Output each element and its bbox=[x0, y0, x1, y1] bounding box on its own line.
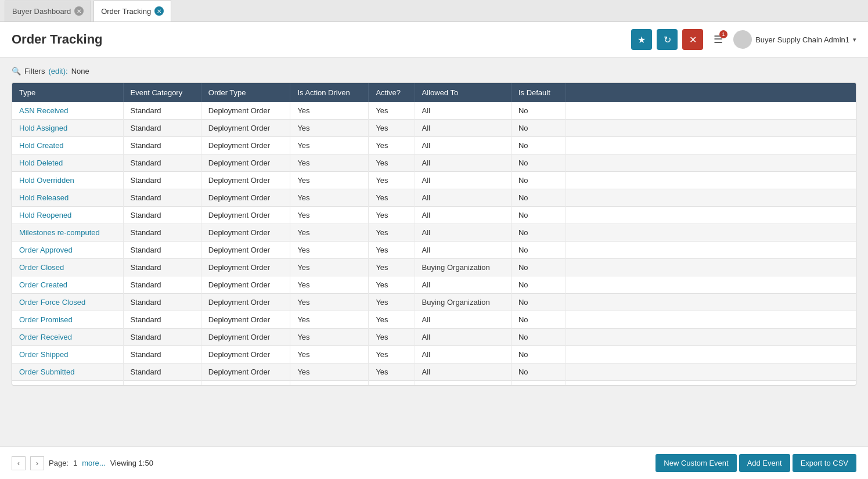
cell: Yes bbox=[369, 311, 415, 329]
type-cell[interactable]: Order Shipped bbox=[12, 346, 123, 363]
tab-label: Buyer Dashboard bbox=[12, 7, 71, 16]
tab-order-tracking[interactable]: Order Tracking ✕ bbox=[93, 1, 171, 21]
cell bbox=[566, 137, 856, 154]
cell: Standard bbox=[123, 189, 201, 207]
cell: Standard bbox=[123, 207, 201, 224]
cell: Standard bbox=[123, 259, 201, 276]
cell: Standard bbox=[123, 381, 201, 386]
cell: All bbox=[415, 381, 511, 386]
cell: Yes bbox=[290, 363, 369, 381]
cell bbox=[566, 207, 856, 224]
cell: Yes bbox=[290, 189, 369, 207]
cell: Standard bbox=[123, 311, 201, 329]
cell: All bbox=[415, 189, 511, 207]
favorite-button[interactable]: ★ bbox=[631, 29, 652, 50]
type-cell[interactable]: Vendor Approved Order bbox=[12, 381, 123, 386]
cell: Yes bbox=[369, 154, 415, 172]
table-row: Order CreatedStandardDeployment OrderYes… bbox=[12, 276, 856, 294]
cell: No bbox=[511, 294, 566, 311]
type-cell[interactable]: ASN Received bbox=[12, 102, 123, 120]
type-cell[interactable]: Order Received bbox=[12, 329, 123, 346]
filter-value: None bbox=[71, 67, 89, 75]
cell: Standard bbox=[123, 120, 201, 137]
col-is-default: Is Default bbox=[511, 83, 566, 102]
filter-label: Filters bbox=[24, 67, 45, 75]
cell: Deployment Order bbox=[201, 207, 290, 224]
user-select[interactable]: Buyer Supply Chain Admin1 ▾ bbox=[733, 30, 856, 49]
table-row: Hold ReopenedStandardDeployment OrderYes… bbox=[12, 207, 856, 224]
col-order-type: Order Type bbox=[201, 83, 290, 102]
table-row: Order ReceivedStandardDeployment OrderYe… bbox=[12, 329, 856, 346]
type-cell[interactable]: Order Promised bbox=[12, 311, 123, 329]
type-cell[interactable]: Order Created bbox=[12, 276, 123, 294]
menu-badge: 1 bbox=[719, 30, 727, 38]
cell: Yes bbox=[290, 207, 369, 224]
cell: Deployment Order bbox=[201, 189, 290, 207]
cell: All bbox=[415, 102, 511, 120]
cell: Deployment Order bbox=[201, 242, 290, 259]
type-cell[interactable]: Order Closed bbox=[12, 259, 123, 276]
type-cell[interactable]: Order Approved bbox=[12, 242, 123, 259]
table-body: ASN ReceivedStandardDeployment OrderYesY… bbox=[12, 102, 856, 385]
table-row: Order PromisedStandardDeployment OrderYe… bbox=[12, 311, 856, 329]
type-cell[interactable]: Hold Overridden bbox=[12, 172, 123, 189]
tab-buyer-dashboard[interactable]: Buyer Dashboard ✕ bbox=[5, 1, 91, 21]
cell: All bbox=[415, 224, 511, 242]
cell bbox=[566, 189, 856, 207]
cell: Standard bbox=[123, 224, 201, 242]
table-row: Order ShippedStandardDeployment OrderYes… bbox=[12, 346, 856, 363]
tab-label-active: Order Tracking bbox=[101, 7, 151, 16]
type-cell[interactable]: Hold Released bbox=[12, 189, 123, 207]
cell bbox=[566, 172, 856, 189]
table-row: Vendor Approved OrderStandardDeployment … bbox=[12, 381, 856, 386]
cell: Yes bbox=[290, 102, 369, 120]
cell bbox=[566, 346, 856, 363]
cell: No bbox=[511, 259, 566, 276]
cell: Standard bbox=[123, 346, 201, 363]
user-name: Buyer Supply Chain Admin1 bbox=[755, 35, 849, 44]
cell bbox=[566, 259, 856, 276]
cell: No bbox=[511, 102, 566, 120]
table-scroll[interactable]: Type Event Category Order Type Is Action… bbox=[12, 83, 856, 385]
content-area: 🔍 Filters (edit): None Type Event Catego… bbox=[0, 57, 868, 395]
filter-edit-link[interactable]: (edit): bbox=[48, 67, 67, 75]
cell: No bbox=[511, 172, 566, 189]
cell: All bbox=[415, 172, 511, 189]
col-is-action-driven: Is Action Driven bbox=[290, 83, 369, 102]
cell: Yes bbox=[369, 381, 415, 386]
avatar bbox=[733, 30, 752, 49]
cell: All bbox=[415, 329, 511, 346]
close-button[interactable]: ✕ bbox=[682, 29, 703, 50]
cell bbox=[566, 276, 856, 294]
tab-close-order-tracking[interactable]: ✕ bbox=[154, 6, 164, 16]
cell: Deployment Order bbox=[201, 294, 290, 311]
table-row: Order SubmittedStandardDeployment OrderY… bbox=[12, 363, 856, 381]
table-row: ASN ReceivedStandardDeployment OrderYesY… bbox=[12, 102, 856, 120]
cell: Standard bbox=[123, 363, 201, 381]
cell: No bbox=[511, 207, 566, 224]
cell: Yes bbox=[369, 329, 415, 346]
col-type: Type bbox=[12, 83, 123, 102]
cell: Deployment Order bbox=[201, 259, 290, 276]
cell: Standard bbox=[123, 137, 201, 154]
cell: Buying Organization bbox=[415, 259, 511, 276]
type-cell[interactable]: Hold Assigned bbox=[12, 120, 123, 137]
table-row: Hold OverriddenStandardDeployment OrderY… bbox=[12, 172, 856, 189]
cell: Standard bbox=[123, 329, 201, 346]
cell: Yes bbox=[290, 137, 369, 154]
menu-button[interactable]: ☰ 1 bbox=[708, 29, 729, 50]
col-allowed-to: Allowed To bbox=[415, 83, 511, 102]
type-cell[interactable]: Hold Deleted bbox=[12, 154, 123, 172]
table-row: Milestones re-computedStandardDeployment… bbox=[12, 224, 856, 242]
chevron-down-icon: ▾ bbox=[853, 36, 856, 44]
type-cell[interactable]: Order Submitted bbox=[12, 363, 123, 381]
type-cell[interactable]: Hold Created bbox=[12, 137, 123, 154]
cell: No bbox=[511, 346, 566, 363]
refresh-button[interactable]: ↻ bbox=[657, 29, 678, 50]
type-cell[interactable]: Order Force Closed bbox=[12, 294, 123, 311]
type-cell[interactable]: Hold Reopened bbox=[12, 207, 123, 224]
header-right: ★ ↻ ✕ ☰ 1 Buyer Supply Chain Admin1 ▾ bbox=[631, 29, 856, 50]
type-cell[interactable]: Milestones re-computed bbox=[12, 224, 123, 242]
tab-close-buyer-dashboard[interactable]: ✕ bbox=[74, 6, 84, 16]
table-row: Order ApprovedStandardDeployment OrderYe… bbox=[12, 242, 856, 259]
